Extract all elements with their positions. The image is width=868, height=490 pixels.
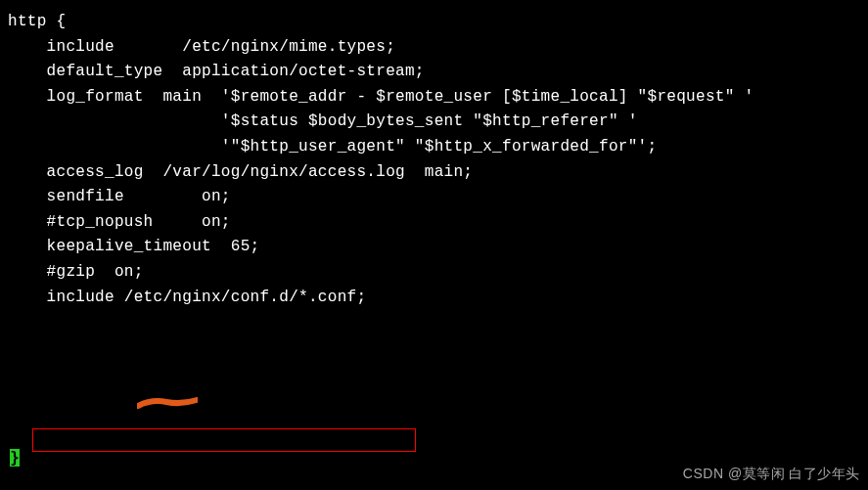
- code-line: '$status $body_bytes_sent "$http_referer…: [8, 110, 860, 135]
- code-line: access_log /var/log/nginx/access.log mai…: [8, 160, 860, 186]
- code-line: http {: [8, 10, 860, 35]
- code-line: include /etc/nginx/mime.types;: [8, 35, 860, 61]
- terminal-output[interactable]: http { include /etc/nginx/mime.types; de…: [0, 0, 868, 310]
- annotation-highlight-box: [32, 428, 416, 452]
- annotation-underline-icon: [137, 397, 198, 411]
- code-line: keepalive_timeout 65;: [8, 235, 860, 260]
- terminal-cursor: }: [10, 449, 20, 467]
- watermark-text: CSDN @莫等闲 白了少年头: [683, 463, 860, 484]
- code-line: default_type application/octet-stream;: [8, 60, 860, 85]
- code-line: #gzip on;: [8, 260, 860, 286]
- code-line: #tcp_nopush on;: [8, 210, 860, 236]
- code-line: sendfile on;: [8, 185, 860, 210]
- code-line: include /etc/nginx/conf.d/*.conf;: [8, 286, 860, 311]
- code-line: '"$http_user_agent" "$http_x_forwarded_f…: [8, 135, 860, 160]
- code-line: log_format main '$remote_addr - $remote_…: [8, 85, 860, 111]
